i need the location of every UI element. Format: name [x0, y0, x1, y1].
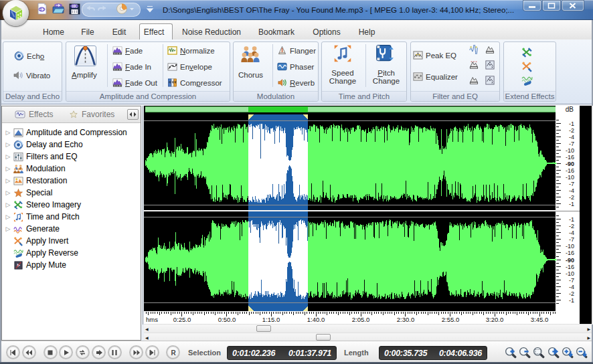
svg-text:-7: -7	[569, 181, 574, 187]
svg-text:2:55.0: 2:55.0	[442, 316, 459, 323]
svg-text:-2: -2	[569, 127, 574, 134]
svg-text:-2: -2	[569, 290, 574, 297]
svg-text:-10: -10	[566, 147, 574, 154]
svg-text:-7: -7	[569, 236, 574, 243]
svg-text:-90: -90	[566, 257, 574, 264]
svg-text:1:40.0: 1:40.0	[307, 316, 325, 323]
svg-text:-4: -4	[569, 134, 574, 141]
svg-text:-16: -16	[566, 154, 574, 161]
svg-text:-2: -2	[569, 194, 574, 201]
svg-text:dB: dB	[566, 106, 574, 113]
svg-text:-1: -1	[569, 216, 574, 223]
svg-text:-7: -7	[569, 141, 574, 147]
svg-text:3:45.0: 3:45.0	[531, 316, 548, 323]
svg-text:-1: -1	[569, 201, 574, 207]
svg-text:-4: -4	[569, 284, 574, 290]
svg-text:-16: -16	[566, 264, 574, 270]
svg-text:-7: -7	[569, 277, 574, 284]
svg-text:-1: -1	[569, 120, 574, 127]
svg-text:-16: -16	[566, 167, 574, 174]
svg-text:3:20.0: 3:20.0	[486, 316, 503, 323]
svg-text:1:15.0: 1:15.0	[262, 316, 280, 323]
svg-text:2:30.0: 2:30.0	[397, 316, 414, 323]
svg-text:-16: -16	[566, 250, 574, 256]
svg-text:-4: -4	[569, 187, 574, 194]
svg-text:-10: -10	[566, 243, 574, 250]
svg-text:0:25.0: 0:25.0	[173, 316, 191, 323]
svg-text:-4: -4	[569, 230, 574, 236]
svg-text:R: R	[171, 349, 176, 356]
svg-text:-1: -1	[569, 297, 574, 304]
svg-text:-10: -10	[566, 174, 574, 181]
svg-text:-10: -10	[566, 270, 574, 277]
svg-text:-2: -2	[569, 223, 574, 230]
svg-text:0:50.0: 0:50.0	[218, 316, 236, 323]
svg-text:-90: -90	[566, 161, 574, 167]
svg-text:2:05.0: 2:05.0	[352, 316, 369, 323]
svg-text:hms: hms	[146, 316, 158, 323]
